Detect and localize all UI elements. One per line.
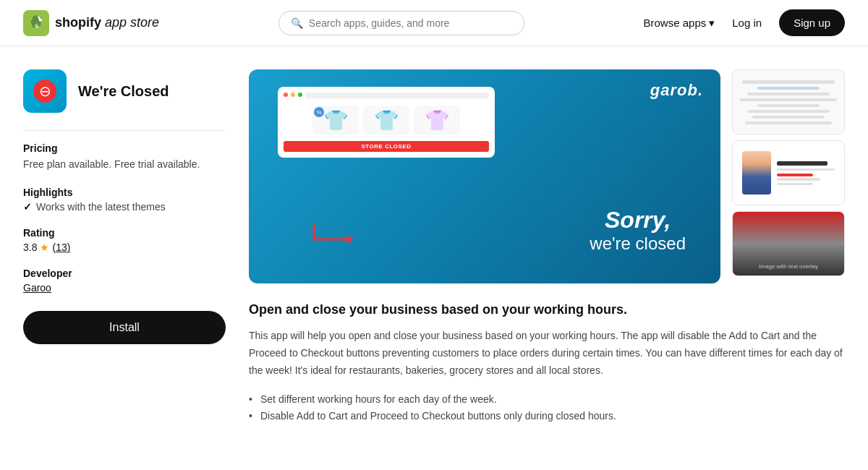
developer-section: Developer Garoo [23, 268, 226, 294]
media-row: garob. % 👕 [249, 69, 845, 283]
app-title: We're Closed [78, 83, 169, 100]
thumbnail-2-content [736, 145, 841, 200]
developer-label: Developer [23, 268, 226, 279]
header: shopify app store 🔍 Browse apps ▾ Log in… [0, 0, 868, 46]
pricing-label: Pricing [23, 142, 226, 154]
main-layout: We're Closed Pricing Free plan available… [0, 46, 868, 448]
hero-content: garob. % 👕 [249, 69, 720, 283]
thumbnail-1[interactable] [732, 69, 845, 134]
sorry-text: Sorry, we're closed [590, 206, 686, 255]
brand-logo: garob. [650, 81, 703, 100]
thumbnail-2[interactable] [732, 140, 845, 205]
sidebar: We're Closed Pricing Free plan available… [23, 69, 226, 425]
person-figure [742, 151, 771, 195]
logo-text: shopify app store [55, 15, 159, 30]
app-identity: We're Closed [23, 69, 226, 113]
rating-count[interactable]: (13) [52, 242, 70, 253]
developer-link[interactable]: Garoo [23, 282, 51, 294]
thumbnail-column: Image with text overlay [732, 69, 845, 283]
feature-item-1: Set different working hours for each day… [249, 391, 845, 409]
search-icon: 🔍 [291, 17, 303, 29]
shopify-logo-icon [23, 10, 49, 36]
rating-value: 3.8 [23, 242, 37, 253]
product-card-1: % 👕 [312, 106, 359, 135]
app-icon [23, 69, 67, 113]
star-icon: ★ [40, 242, 49, 253]
signup-button[interactable]: Sign up [779, 9, 845, 36]
product-card-2: 👕 [363, 106, 409, 135]
browser-mockup: % 👕 👕 👕 STORE CLOSED [278, 87, 495, 158]
rating-section: Rating 3.8 ★ (13) [23, 227, 226, 253]
product-card-3: 👕 [414, 106, 460, 135]
svg-marker-1 [346, 235, 354, 244]
rating-row: 3.8 ★ (13) [23, 242, 226, 253]
search-input[interactable] [309, 17, 512, 29]
content-area: garob. % 👕 [249, 69, 845, 425]
highlight-item: ✓ Works with the latest themes [23, 201, 226, 213]
pricing-value: Free plan available. Free trial availabl… [23, 157, 226, 172]
chevron-down-icon: ▾ [709, 17, 715, 30]
header-nav: Browse apps ▾ Log in Sign up [644, 9, 845, 36]
search-bar[interactable]: 🔍 [278, 11, 524, 35]
hero-image: garob. % 👕 [249, 69, 720, 283]
highlights-label: Highlights [23, 187, 226, 198]
rating-label: Rating [23, 227, 226, 239]
app-icon-symbol [33, 80, 56, 103]
highlights-section: Highlights ✓ Works with the latest theme… [23, 187, 226, 213]
thumbnail-3[interactable]: Image with text overlay [732, 211, 845, 276]
pricing-section: Pricing Free plan available. Free trial … [23, 142, 226, 172]
browser-dots [284, 93, 489, 98]
login-button[interactable]: Log in [732, 17, 762, 29]
browse-apps-button[interactable]: Browse apps ▾ [644, 17, 715, 30]
description-headline: Open and close your business based on yo… [249, 301, 845, 319]
logo-area: shopify app store [23, 10, 159, 36]
install-button[interactable]: Install [23, 311, 226, 344]
product-grid: % 👕 👕 👕 [284, 103, 489, 138]
thumbnail-3-label: Image with text overlay [739, 263, 838, 270]
person-info [777, 161, 835, 185]
feature-list: Set different working hours for each day… [249, 391, 845, 426]
store-closed-bar: STORE CLOSED [284, 141, 489, 152]
description-body: This app will help you open and close yo… [249, 328, 845, 379]
sidebar-divider [23, 130, 226, 131]
arrow-illustration [307, 218, 365, 249]
feature-item-2: Disable Add to Cart and Proceed to Check… [249, 408, 845, 425]
description-section: Open and close your business based on yo… [249, 301, 845, 425]
checkmark-icon: ✓ [23, 201, 32, 213]
